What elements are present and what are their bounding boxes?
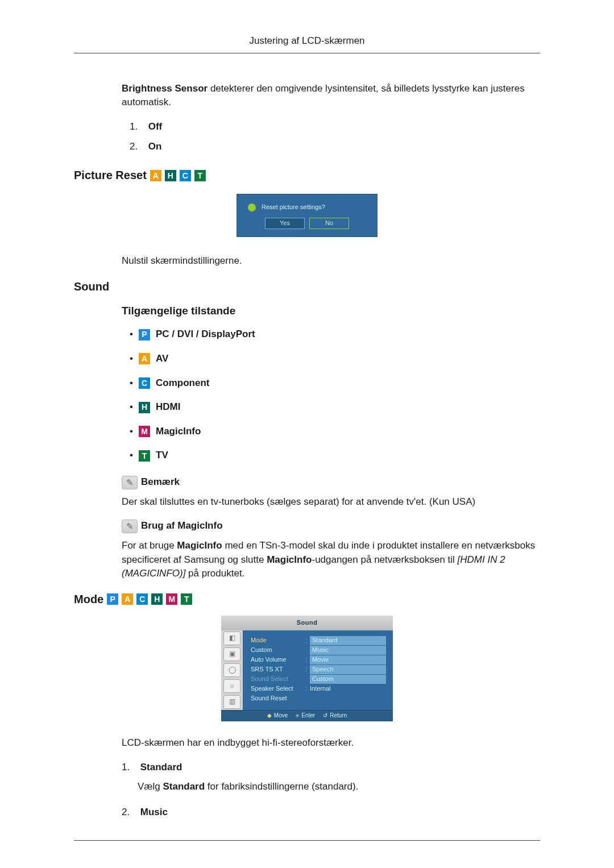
mode-standard-desc: Vælg Standard for fabriksindstillingerne… xyxy=(138,780,540,794)
brightness-sensor-paragraph: Brightness Sensor detekterer den omgiven… xyxy=(122,82,540,110)
badge-t-icon: T xyxy=(194,170,206,181)
sound-heading: Sound xyxy=(74,279,540,295)
reset-picture-dialog: Reset picture settings? Yes No xyxy=(237,194,377,237)
info-icon xyxy=(248,203,256,211)
enter-icon: ⎆ xyxy=(296,712,299,720)
footer-move: Move xyxy=(274,712,288,720)
osd-row[interactable]: Sound Reset xyxy=(251,694,386,704)
osd-row-value: Internal xyxy=(310,684,386,693)
osd-row-label: SRS TS XT xyxy=(251,665,305,674)
note-row: ✎ Bemærk xyxy=(122,475,540,489)
move-icon: ◆ xyxy=(267,712,272,720)
note-icon: ✎ xyxy=(122,476,138,489)
mode-standard-label: Standard xyxy=(140,762,182,773)
osd-row-label: Sound Select xyxy=(251,675,305,684)
osd-footer: ◆Move ⎆Enter ↺Return xyxy=(221,710,393,721)
mode-label: TV xyxy=(156,448,168,463)
note-text: Der skal tilsluttes en tv-tunerboks (sæl… xyxy=(122,495,540,509)
osd-icon-column: ◧ ▣ ◯ ☼ ▥ xyxy=(221,630,243,710)
list-item: 1. Off xyxy=(130,120,540,134)
text: på produktet. xyxy=(185,568,244,579)
badge-c-icon: C xyxy=(180,170,191,181)
bottom-rule xyxy=(74,840,540,841)
badge-h-icon: H xyxy=(151,593,163,605)
badge-a-icon: A xyxy=(139,353,150,364)
option-on: On xyxy=(148,141,162,152)
text-bold: MagicInfo xyxy=(267,554,312,565)
mode-label: AV xyxy=(156,352,168,366)
list-item: • H HDMI xyxy=(130,400,540,414)
mode-label: PC / DVI / DisplayPort xyxy=(156,327,255,342)
osd-tab-icon[interactable]: ▥ xyxy=(223,695,240,709)
list-item: • T TV xyxy=(130,448,540,463)
list-number: 1. xyxy=(130,120,146,134)
list-item: • C Component xyxy=(130,376,540,391)
return-icon: ↺ xyxy=(323,712,327,720)
list-item: • P PC / DVI / DisplayPort xyxy=(130,327,540,342)
osd-row-value: Custom xyxy=(310,675,386,684)
osd-tab-icon[interactable]: ▣ xyxy=(223,647,240,661)
available-modes-heading: Tilgængelige tilstande xyxy=(122,303,540,319)
list-item: 2. Music xyxy=(122,805,540,820)
note-label: Bemærk xyxy=(141,475,180,489)
list-number: 1. xyxy=(122,761,138,775)
text: -udgangen på netværksboksen til xyxy=(312,554,457,565)
badge-t-icon: T xyxy=(181,593,192,605)
footer-return: Return xyxy=(330,712,347,720)
list-number: 2. xyxy=(130,140,146,154)
dialog-yes-button[interactable]: Yes xyxy=(265,218,305,229)
list-number: 2. xyxy=(122,805,138,820)
osd-row[interactable]: Speaker Select: Internal xyxy=(251,684,386,694)
osd-main: Mode: Standard Custom Music Auto Volume:… xyxy=(243,630,393,710)
text: Vælg xyxy=(138,781,163,792)
footer-enter: Enter xyxy=(301,712,315,720)
badge-a-icon: A xyxy=(150,170,161,181)
osd-row-label: Mode xyxy=(251,636,305,645)
sound-osd-menu: Sound ◧ ▣ ◯ ☼ ▥ Mode: Standard Custom Mu… xyxy=(221,616,393,721)
badge-p-icon: P xyxy=(107,593,118,605)
osd-row-value: Movie xyxy=(310,655,386,665)
page-header: Justering af LCD-skærmen xyxy=(74,34,540,53)
badge-p-icon: P xyxy=(139,329,150,340)
mode-summary: LCD-skærmen har en indbygget hi-fi-stere… xyxy=(122,736,540,750)
list-item: 2. On xyxy=(130,140,540,154)
mode-label: MagicInfo xyxy=(156,425,201,439)
badge-h-icon: H xyxy=(165,170,176,181)
list-item: 1. Standard Vælg Standard for fabriksind… xyxy=(122,761,540,794)
osd-tab-icon[interactable]: ◧ xyxy=(223,632,240,645)
osd-row-label: Auto Volume xyxy=(251,655,305,665)
osd-row-label: Sound Reset xyxy=(251,694,305,703)
osd-row[interactable]: Auto Volume: Movie xyxy=(251,655,386,665)
osd-row[interactable]: Mode: Standard xyxy=(251,636,386,646)
mode-music-label: Music xyxy=(140,807,168,817)
osd-row-label: Custom xyxy=(251,646,305,655)
osd-tab-icon[interactable]: ◯ xyxy=(223,663,240,677)
option-off: Off xyxy=(148,121,163,132)
osd-row-value: Speech xyxy=(310,665,386,674)
badge-a-icon: A xyxy=(122,593,133,605)
heading-text: Sound xyxy=(74,279,109,295)
magicinfo-row: ✎ Brug af MagicInfo xyxy=(122,519,540,533)
heading-text: Picture Reset xyxy=(74,167,147,184)
magicinfo-paragraph: For at bruge MagicInfo med en TSn-3-mode… xyxy=(122,539,540,581)
text-bold: Standard xyxy=(163,781,205,792)
badge-m-icon: M xyxy=(139,426,150,437)
osd-row-label: Speaker Select xyxy=(251,684,305,693)
mode-heading: Mode P A C H M T xyxy=(74,591,540,608)
badge-t-icon: T xyxy=(139,450,150,462)
dialog-no-button[interactable]: No xyxy=(309,218,349,229)
badge-c-icon: C xyxy=(136,593,148,605)
text-bold: MagicInfo xyxy=(177,540,222,551)
badge-c-icon: C xyxy=(139,377,150,389)
bullet-icon: • xyxy=(130,352,133,366)
dialog-question: Reset picture settings? xyxy=(262,203,325,212)
osd-row[interactable]: Sound Select Custom xyxy=(251,675,386,684)
text: For at bruge xyxy=(122,540,177,551)
mode-label: Component xyxy=(156,376,209,391)
bullet-icon: • xyxy=(130,400,133,414)
note-icon: ✎ xyxy=(122,520,138,533)
osd-row[interactable]: Custom Music xyxy=(251,646,386,655)
brightness-options-list: 1. Off 2. On xyxy=(122,120,540,153)
osd-row[interactable]: SRS TS XT: Speech xyxy=(251,665,386,675)
osd-tab-icon[interactable]: ☼ xyxy=(223,679,240,693)
